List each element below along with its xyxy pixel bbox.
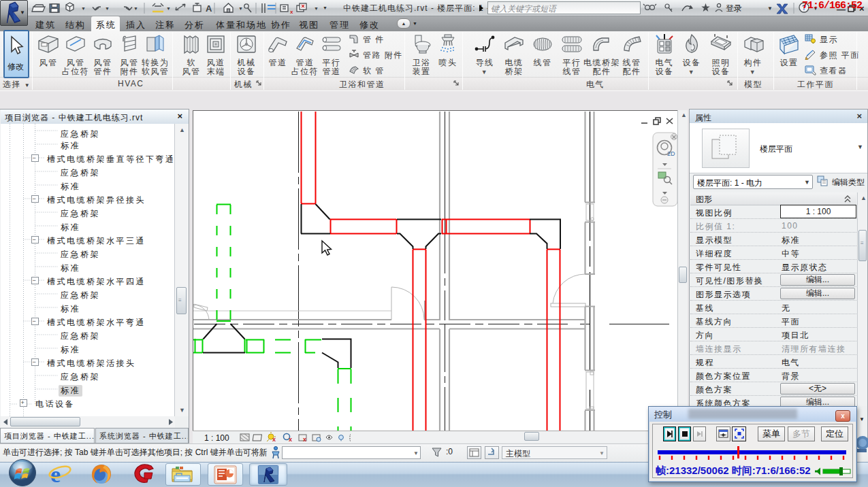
svg-text:x: x (272, 436, 276, 443)
svg-text:▼: ▼ (238, 6, 243, 11)
svg-text:A: A (206, 3, 212, 14)
svg-text:▼: ▼ (133, 6, 138, 11)
svg-text:▼: ▼ (166, 6, 171, 11)
svg-text:▼: ▼ (314, 6, 319, 11)
svg-text:x: x (289, 436, 292, 443)
svg-text:▼: ▼ (767, 5, 773, 12)
svg-text:▼: ▼ (81, 6, 86, 11)
svg-text:e: e (50, 463, 61, 486)
svg-text:2D: 2D (667, 150, 675, 157)
svg-text:登录: 登录 (726, 3, 742, 13)
svg-text:x: x (290, 9, 293, 15)
svg-text:x: x (303, 436, 306, 443)
svg-text:▼: ▼ (105, 6, 110, 11)
